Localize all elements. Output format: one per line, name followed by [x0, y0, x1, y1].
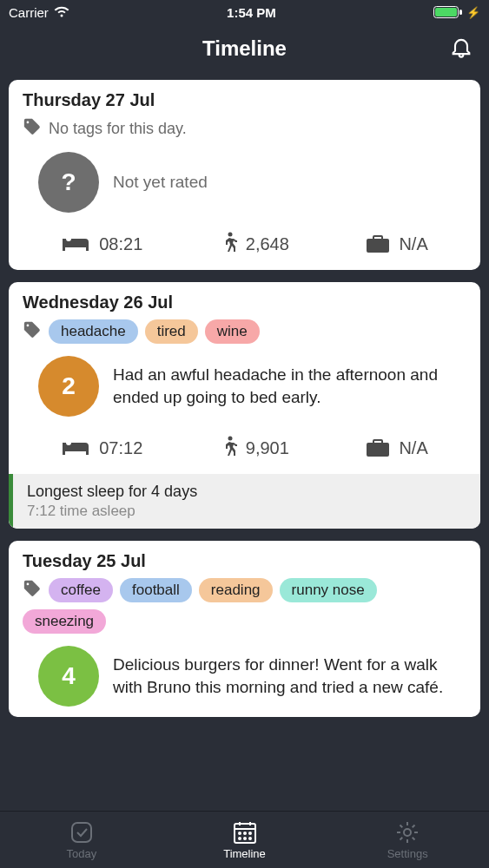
day-card[interactable]: Tuesday 25 Jul coffee football reading r… [9, 541, 480, 717]
steps-stat: 2,648 [220, 232, 289, 256]
tab-timeline[interactable]: Timeline [163, 812, 327, 868]
bed-icon [61, 437, 90, 458]
insight-sub: 7:12 time asleep [27, 503, 466, 520]
status-right: ⚡ [433, 5, 480, 19]
svg-point-15 [249, 838, 251, 839]
tab-bar: Today Timeline Settings [0, 811, 489, 868]
work-stat: N/A [366, 233, 427, 254]
tag-pill[interactable]: football [120, 578, 192, 602]
stats-row: 07:12 9,901 N/A [9, 427, 480, 474]
tag-pill[interactable]: wine [205, 319, 260, 344]
charging-icon: ⚡ [466, 6, 480, 19]
header-bar: Timeline [0, 24, 489, 73]
tag-pill[interactable]: reading [199, 578, 273, 602]
sleep-value: 08:21 [99, 234, 142, 254]
tab-label: Settings [387, 847, 428, 860]
status-bar: Carrier 1:54 PM ⚡ [0, 0, 489, 24]
calendar-icon [232, 819, 258, 845]
tag-icon [23, 579, 42, 602]
today-icon [69, 819, 95, 845]
tag-icon [23, 117, 42, 140]
rating-row: 4 Delicious burgers for dinner! Went for… [9, 642, 480, 717]
steps-value: 2,648 [246, 234, 289, 254]
tag-pill[interactable]: coffee [49, 578, 113, 602]
tag-pill[interactable]: runny nose [280, 578, 377, 602]
rating-text: Delicious burgers for dinner! Went for a… [113, 654, 466, 698]
svg-point-12 [249, 832, 251, 834]
svg-point-3 [228, 233, 232, 237]
tag-icon [23, 320, 42, 343]
wifi-icon [54, 6, 69, 18]
status-left: Carrier [9, 5, 69, 20]
work-value: N/A [399, 234, 427, 254]
tag-pill[interactable]: headache [49, 319, 138, 344]
page-title: Timeline [202, 36, 287, 61]
tag-row: coffee football reading runny nose sneez… [9, 578, 480, 642]
tab-today[interactable]: Today [0, 812, 163, 868]
steps-stat: 9,901 [220, 436, 289, 460]
tab-settings[interactable]: Settings [326, 812, 489, 868]
rating-circle[interactable]: ? [38, 152, 99, 213]
status-time: 1:54 PM [227, 5, 276, 20]
briefcase-icon [366, 437, 390, 458]
walk-icon [220, 436, 237, 460]
no-tags-text: No tags for this day. [49, 120, 187, 138]
svg-rect-2 [459, 10, 462, 15]
insight-title: Longest sleep for 4 days [27, 483, 466, 501]
notifications-button[interactable] [449, 35, 473, 62]
tag-row: No tags for this day. [9, 117, 480, 148]
carrier-label: Carrier [9, 5, 49, 20]
tag-pill[interactable]: sneezing [23, 609, 106, 634]
rating-text: Not yet rated [113, 171, 466, 194]
work-value: N/A [399, 438, 427, 458]
timeline-content[interactable]: Thursday 27 Jul No tags for this day. ? … [0, 73, 489, 811]
briefcase-icon [366, 233, 390, 254]
svg-point-11 [244, 832, 246, 834]
stats-row: 08:21 2,648 N/A [9, 223, 480, 270]
gear-icon [394, 819, 420, 845]
svg-rect-1 [435, 8, 457, 16]
svg-point-13 [239, 838, 241, 839]
day-date: Tuesday 25 Jul [9, 541, 480, 578]
tag-pill[interactable]: tired [145, 319, 198, 344]
svg-point-16 [404, 829, 411, 836]
steps-value: 9,901 [246, 438, 289, 458]
day-card[interactable]: Thursday 27 Jul No tags for this day. ? … [9, 80, 480, 270]
work-stat: N/A [366, 437, 427, 458]
tag-row: headache tired wine [9, 319, 480, 352]
sleep-value: 07:12 [99, 438, 142, 458]
bed-icon [61, 233, 90, 254]
svg-rect-5 [72, 823, 91, 842]
rating-row: ? Not yet rated [9, 148, 480, 223]
walk-icon [220, 232, 237, 256]
sleep-stat: 07:12 [61, 437, 142, 458]
tab-label: Timeline [223, 847, 266, 860]
tab-label: Today [66, 847, 96, 860]
svg-point-10 [239, 832, 241, 834]
sleep-stat: 08:21 [61, 233, 142, 254]
day-card[interactable]: Wednesday 26 Jul headache tired wine 2 H… [9, 282, 480, 529]
day-date: Wednesday 26 Jul [9, 282, 480, 319]
battery-icon [433, 5, 463, 19]
insight-banner: Longest sleep for 4 days 7:12 time aslee… [9, 474, 480, 529]
rating-circle[interactable]: 4 [38, 646, 99, 707]
rating-text: Had an awful headache in the afternoon a… [113, 364, 466, 408]
svg-point-14 [244, 838, 246, 839]
svg-point-4 [228, 437, 232, 441]
day-date: Thursday 27 Jul [9, 80, 480, 117]
rating-row: 2 Had an awful headache in the afternoon… [9, 352, 480, 427]
rating-circle[interactable]: 2 [38, 356, 99, 417]
